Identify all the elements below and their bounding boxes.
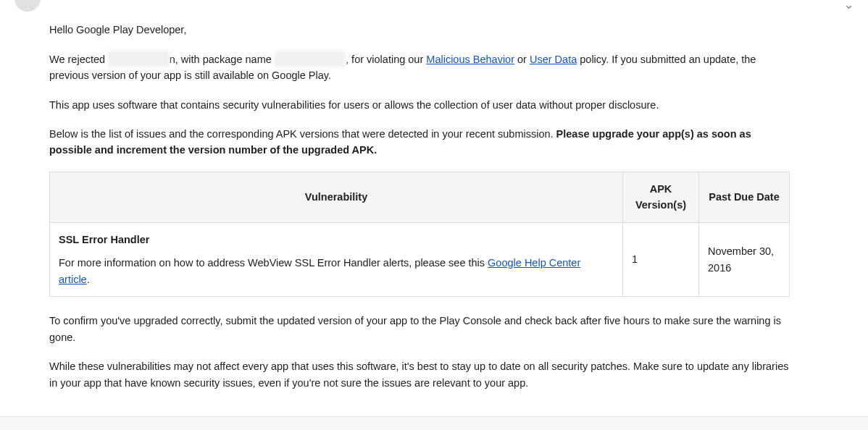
header-vulnerability: Vulnerability xyxy=(50,172,623,222)
expand-caret-icon[interactable]: ⌄ xyxy=(843,1,854,12)
general-advice-paragraph: While these vulnerabilities may not affe… xyxy=(49,358,790,391)
vulnerability-table: Vulnerability APK Version(s) Past Due Da… xyxy=(49,172,790,297)
table-header-row: Vulnerability APK Version(s) Past Due Da… xyxy=(50,172,790,222)
cell-past-due: November 30, 2016 xyxy=(699,222,790,296)
email-body: to me Hello Google Play Developer, We re… xyxy=(0,0,790,430)
table-row: SSL Error Handler For more information o… xyxy=(50,222,790,296)
package-name-redacted: xxxxxxxxxxxxx xyxy=(275,51,346,67)
vuln-desc-post: . xyxy=(87,274,90,285)
p1-mid2: , for violating our xyxy=(346,54,426,65)
p3-pre: Below is the list of issues and the corr… xyxy=(49,128,556,140)
upgrade-instruction: Below is the list of issues and the corr… xyxy=(49,126,790,159)
app-name-redacted: Lxxxxxxxxxx xyxy=(108,51,170,67)
cell-vulnerability: SSL Error Handler For more information o… xyxy=(50,222,623,296)
p1-pre: We rejected xyxy=(49,54,108,65)
vulnerability-description: This app uses software that contains sec… xyxy=(49,97,790,113)
user-data-link[interactable]: User Data xyxy=(530,54,577,65)
p1-mid3: or xyxy=(514,54,530,65)
malicious-behavior-link[interactable]: Malicious Behavior xyxy=(426,54,514,65)
footer-bar xyxy=(0,416,868,430)
vuln-title: SSL Error Handler xyxy=(59,232,614,248)
email-viewport[interactable]: ⌄ to me Hello Google Play Developer, We … xyxy=(0,0,868,430)
p1-mid1: n, with package name xyxy=(170,54,275,65)
header-apk-version: APK Version(s) xyxy=(623,172,699,222)
greeting-text: Hello Google Play Developer, xyxy=(49,22,790,38)
vuln-desc: For more information on how to address W… xyxy=(59,255,614,287)
confirm-upgrade-paragraph: To confirm you've upgraded correctly, su… xyxy=(49,313,790,345)
header-past-due-date: Past Due Date xyxy=(699,172,790,222)
cell-apk-version: 1 xyxy=(623,222,699,296)
vuln-desc-pre: For more information on how to address W… xyxy=(59,257,488,269)
rejection-paragraph: We rejected Lxxxxxxxxxxn, with package n… xyxy=(49,51,790,84)
